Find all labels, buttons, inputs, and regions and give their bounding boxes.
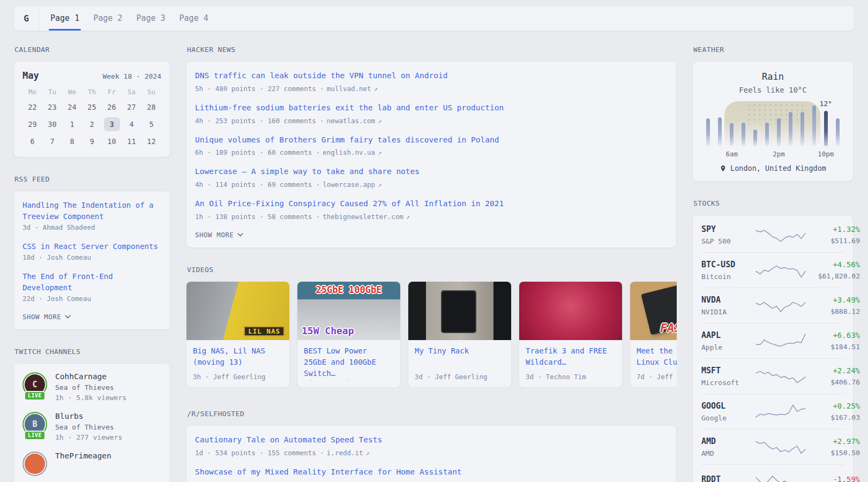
hn-item-domain[interactable]: thebignewsletter.com [323, 213, 403, 221]
twitch-category: Sea of Thieves [55, 383, 126, 391]
reddit-item-domain[interactable]: i.redd.it [327, 449, 363, 457]
twitch-avatar[interactable]: B LIVE [23, 412, 47, 436]
hn-item-domain[interactable]: newatlas.com [327, 117, 375, 125]
rss-item: The End of Front-End Development 22d · J… [23, 271, 161, 304]
dashboard-page: G Page 1 Page 2 Page 3 Page 4 CALENDAR M… [0, 0, 868, 482]
twitch-channel-link[interactable]: ThePrimeagen [55, 451, 111, 460]
hn-item-link[interactable]: Unique volumes of Brothers Grimm fairy t… [195, 134, 499, 146]
stock-price: $184.51 [806, 343, 860, 351]
video-title-link[interactable]: Traefik 3 and FREE Wildcard… [526, 345, 616, 368]
hn-item: DNS traffic can leak outside the VPN tun… [195, 70, 668, 94]
stock-row[interactable]: BTC-USD Bitcoin +4.56% $61,820.02 [701, 252, 844, 288]
video-card[interactable]: 25GbE 100GbE 15W Cheap BEST Low Power 25… [297, 281, 401, 388]
twitch-meta: 1h · 277 viewers [55, 433, 122, 441]
video-thumbnail[interactable]: 25GbE 100GbE 15W Cheap [297, 282, 400, 340]
weather-hourly-bars: 6am2pm12°10pm [702, 101, 843, 158]
video-info: Meet the Linux Clu 7d · Jeff Geerling [630, 340, 677, 387]
hn-item-link[interactable]: Lowercase – A simple way to take and sha… [195, 166, 420, 178]
video-card[interactable]: Traefik 3 and FREE Wildcard… 3d · Techno… [519, 281, 623, 388]
stock-row[interactable]: RDDT -1.59% [701, 464, 844, 482]
stock-name: Google [701, 414, 755, 422]
video-card[interactable]: LIL NAS Big NAS, Lil NAS (moving 13) 3h … [186, 281, 290, 388]
rss-show-more-button[interactable]: SHOW MORE [23, 313, 71, 321]
stock-sparkline [755, 261, 806, 280]
hn-item-domain[interactable]: mullvad.net [327, 85, 371, 93]
video-title-link[interactable]: My Tiny Rack [415, 345, 505, 357]
stock-name: S&P 500 [701, 237, 755, 245]
video-meta: 3h · Jeff Geerling [193, 373, 283, 381]
stock-name: Apple [701, 343, 755, 351]
tab-page-3[interactable]: Page 3 [136, 6, 165, 31]
calendar-day: 30 [44, 117, 61, 131]
app-logo[interactable]: G [14, 6, 39, 31]
video-title-link[interactable]: BEST Low Power 25GbE and 100GbE Switch… [304, 345, 394, 379]
rss-item-link[interactable]: Handling The Indentation of a Treeview C… [23, 200, 161, 222]
video-title-link[interactable]: Big NAS, Lil NAS (moving 13) [193, 345, 283, 368]
chevron-down-icon [65, 315, 71, 319]
weather-bar-slot [702, 101, 714, 158]
hn-item-meta: 5h · 480 points · 227 comments · [195, 84, 324, 94]
stocks-widget-title: STOCKS [693, 199, 854, 207]
stock-values: +4.56% $61,820.02 [806, 260, 860, 280]
hn-item-link[interactable]: DNS traffic can leak outside the VPN tun… [195, 70, 447, 82]
calendar-day: 1 [64, 117, 80, 131]
stock-row[interactable]: SPY S&P 500 +1.32% $511.69 [701, 217, 844, 252]
twitch-channel-row: ThePrimeagen [23, 451, 161, 476]
stock-price: $511.69 [806, 237, 860, 245]
stock-sparkline [755, 403, 806, 421]
video-card[interactable]: My Tiny Rack 3d · Jeff Geerling [408, 281, 512, 388]
twitch-avatar[interactable] [23, 451, 47, 476]
calendar-day: 22 [25, 100, 41, 114]
hn-item-domain[interactable]: english.nv.ua [323, 148, 375, 156]
twitch-avatar[interactable]: C LIVE [23, 372, 47, 397]
calendar-days-grid: 22 23 24 25 26 27 28 29 30 1 2 3 4 5 [23, 100, 161, 148]
reddit-item-link[interactable]: Showcase of my Mixed Reality Interface f… [195, 466, 462, 478]
stock-row[interactable]: AAPL Apple +6.63% $184.51 [701, 323, 844, 358]
stock-symbol: NVDA [701, 295, 755, 305]
weather-bar-slot: 12°10pm [820, 101, 832, 158]
stock-sparkline [755, 438, 806, 456]
hn-item-meta: 4h · 114 points · 69 comments · [195, 179, 320, 190]
videos-widget-title: VIDEOS [187, 266, 677, 274]
video-thumbnail[interactable]: LIL NAS [186, 282, 289, 340]
weather-bar [730, 123, 734, 146]
stock-row[interactable]: GOOGL Google +0.25% $167.03 [701, 394, 844, 429]
stock-id: AAPL Apple [701, 330, 755, 351]
video-title-link[interactable]: Meet the Linux Clu [637, 345, 677, 368]
video-thumbnail[interactable] [519, 282, 622, 340]
rss-item-link[interactable]: The End of Front-End Development [23, 271, 161, 293]
reddit-item-link[interactable]: Cautionary Tale on Automated Speed Tests [195, 434, 382, 446]
calendar-day: 12 [144, 134, 160, 148]
stock-row[interactable]: NVDA NVIDIA +3.49% $888.12 [701, 288, 844, 323]
rss-item-link[interactable]: CSS in React Server Components [23, 241, 158, 252]
hn-item-link[interactable]: An Oil Price-Fixing Conspiracy Caused 27… [195, 198, 504, 210]
stock-symbol: AAPL [701, 330, 755, 340]
twitch-channel-link[interactable]: CohhCarnage [55, 372, 126, 381]
video-thumbnail[interactable]: FAS [630, 282, 677, 340]
stock-change: +6.63% [806, 331, 860, 340]
weather-bar [753, 130, 757, 146]
video-card[interactable]: FAS Meet the Linux Clu 7d · Jeff Geerlin… [630, 281, 677, 388]
rss-widget-title: RSS FEED [14, 175, 170, 183]
calendar-day-selected: 3 [104, 117, 120, 131]
stock-id: BTC-USD Bitcoin [701, 260, 755, 281]
twitch-channel-link[interactable]: Blurbs [55, 412, 122, 420]
hn-item-link[interactable]: Lithium-free sodium batteries exit the l… [195, 102, 504, 114]
tab-page-1[interactable]: Page 1 [50, 6, 79, 31]
stock-values: +1.32% $511.69 [806, 225, 860, 245]
stock-values: +0.25% $167.03 [806, 402, 860, 421]
hn-item-domain[interactable]: lowercase.app [323, 180, 375, 189]
stock-row[interactable]: MSFT Microsoft +2.24% $406.76 [701, 358, 844, 394]
tab-page-4[interactable]: Page 4 [179, 6, 208, 31]
stock-row[interactable]: AMD AMD +2.97% $150.50 [701, 429, 844, 464]
stock-id: AMD AMD [701, 436, 755, 457]
twitch-card: C LIVE CohhCarnage Sea of Thieves 1h · 5… [13, 363, 170, 482]
tab-page-2[interactable]: Page 2 [93, 6, 122, 31]
hn-show-more-button[interactable]: SHOW MORE [195, 231, 243, 239]
video-meta: 3d · Jeff Geerling [415, 373, 505, 381]
stock-sparkline [755, 332, 806, 350]
video-thumbnail[interactable] [408, 282, 511, 340]
thumbnail-overlay-text: FAS [660, 321, 677, 335]
video-info: Big NAS, Lil NAS (moving 13) 3h · Jeff G… [186, 340, 289, 387]
rss-item: CSS in React Server Components 18d · Jos… [23, 241, 161, 263]
